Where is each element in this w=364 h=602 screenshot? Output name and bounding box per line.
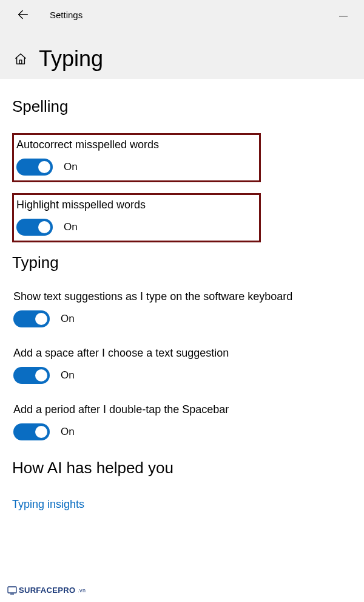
toggle-text-suggestions[interactable] (13, 310, 50, 327)
toggle-knob (38, 221, 50, 233)
svg-rect-2 (8, 587, 16, 593)
toggle-add-period[interactable] (13, 423, 50, 440)
toggle-state: On (64, 221, 78, 233)
setting-label: Highlight misspelled words (16, 199, 257, 211)
setting-add-space: Add a space after I choose a text sugges… (12, 346, 352, 390)
setting-autocorrect: Autocorrect misspelled words On (12, 133, 261, 182)
toggle-knob (35, 369, 47, 381)
toggle-knob (35, 426, 47, 438)
content-area: Spelling Autocorrect misspelled words On… (0, 79, 364, 511)
toggle-state: On (61, 426, 75, 438)
home-icon (14, 52, 27, 66)
toggle-row: On (16, 219, 257, 236)
toggle-row: On (16, 159, 257, 176)
toggle-row: On (13, 367, 351, 384)
page-title: Typing (39, 46, 103, 72)
toggle-state: On (61, 369, 75, 381)
setting-label: Add a space after I choose a text sugges… (13, 347, 351, 360)
toggle-row: On (13, 310, 351, 327)
page-header: Typing (0, 29, 364, 78)
toggle-knob (38, 161, 50, 173)
section-title-ai: How AI has helped you (12, 459, 352, 477)
toggle-knob (35, 313, 47, 325)
minimize-button[interactable] (335, 10, 352, 22)
toggle-state: On (61, 313, 75, 325)
section-title-spelling: Spelling (12, 97, 352, 116)
header-region: Settings Typing (0, 0, 364, 79)
minimize-icon (339, 16, 348, 16)
watermark-icon (7, 586, 17, 595)
setting-add-period: Add a period after I double-tap the Spac… (12, 402, 352, 446)
setting-highlight-misspelled: Highlight misspelled words On (12, 193, 261, 242)
titlebar: Settings (0, 0, 364, 29)
app-title: Settings (50, 10, 83, 20)
setting-label: Show text suggestions as I type on the s… (13, 290, 351, 303)
setting-text-suggestions: Show text suggestions as I type on the s… (12, 289, 352, 333)
setting-label: Add a period after I double-tap the Spac… (13, 403, 351, 416)
section-title-typing: Typing (12, 253, 352, 272)
svg-rect-1 (19, 60, 22, 64)
home-button[interactable] (12, 50, 29, 67)
toggle-row: On (13, 423, 351, 440)
setting-label: Autocorrect misspelled words (16, 139, 257, 151)
toggle-add-space[interactable] (13, 367, 50, 384)
toggle-highlight-misspelled[interactable] (16, 219, 53, 236)
watermark-suffix: .vn (78, 587, 86, 593)
watermark-brand: SURFACEPRO (19, 586, 75, 595)
toggle-autocorrect[interactable] (16, 159, 53, 176)
back-button[interactable] (15, 6, 32, 23)
typing-insights-link[interactable]: Typing insights (12, 498, 84, 511)
toggle-state: On (64, 161, 78, 173)
arrow-left-icon (16, 8, 30, 21)
watermark: SURFACEPRO.vn (7, 586, 86, 595)
